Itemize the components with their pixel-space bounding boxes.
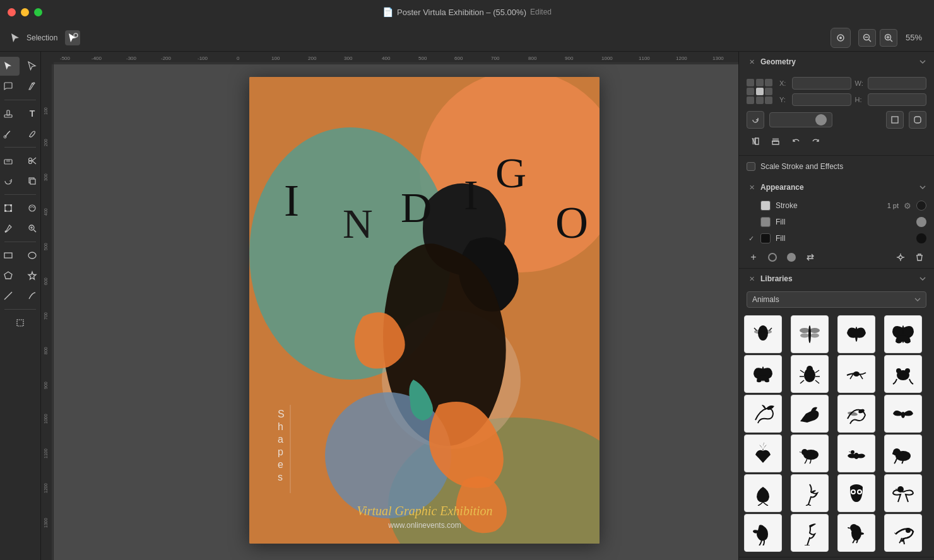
library-item-roadrunner[interactable] [884,514,922,552]
appearance-close-btn[interactable]: ✕ [747,182,757,192]
stroke-circle-btn[interactable] [916,201,926,211]
appearance-header[interactable]: ✕ Appearance [739,177,934,197]
ref-pt-tc[interactable] [756,79,764,86]
close-button[interactable] [8,8,16,16]
eraser-tool-btn[interactable] [0,151,20,170]
geometry-close-btn[interactable]: ✕ [747,57,757,67]
preview-button[interactable] [831,28,851,48]
library-item-dragon3[interactable] [837,395,875,433]
zoom-out-button[interactable] [858,29,876,47]
libraries-dropdown[interactable]: Animals [747,291,926,308]
libraries-close-btn[interactable]: ✕ [747,274,757,284]
warp-tool-btn[interactable] [21,199,41,218]
maximize-button[interactable] [34,8,42,16]
fill2-visibility-check[interactable]: ✓ [747,234,755,243]
brush-tool-btn[interactable] [0,104,20,123]
zoom-in-button[interactable] [880,29,897,47]
ref-pt-mc[interactable] [756,88,764,95]
stroke-swatch[interactable] [760,201,771,211]
library-item-pelican[interactable] [744,514,782,552]
type-tool-btn[interactable]: T [21,104,41,123]
library-item-beetle[interactable] [791,355,829,393]
library-item-bee[interactable] [744,315,782,353]
fill2-swatch[interactable] [760,233,771,243]
direct-select-tool-btn[interactable] [21,57,41,76]
library-item-butterfly2[interactable] [884,315,922,353]
ref-pt-br[interactable] [765,96,772,104]
flip-v-btn[interactable] [767,132,784,150]
ref-pt-mr[interactable] [765,88,772,95]
y-input[interactable] [792,93,851,106]
scale-tool-btn[interactable] [21,172,41,190]
library-item-dragon1[interactable] [744,395,782,433]
canvas-area[interactable]: px -500 -400 -300 -200 -100 0 100 200 30… [41,52,738,560]
rounded-rect-btn[interactable] [909,111,926,129]
library-item-phoenix[interactable] [744,435,782,472]
w-input[interactable] [868,77,927,90]
corner-rect-btn[interactable] [886,111,904,129]
star-tool-btn[interactable] [21,266,41,285]
library-item-frog[interactable] [884,355,922,393]
library-item-duck[interactable] [884,435,922,472]
library-item-bird-wings[interactable] [884,395,922,433]
reset-rotation-btn[interactable] [747,111,764,129]
scale-stroke-checkbox[interactable] [747,162,755,171]
library-item-sea-creature[interactable] [744,474,782,512]
canvas-content[interactable]: I N D I G O S h a p e s Virtual Grap [54,64,738,560]
paintbrush-tool-btn[interactable] [0,124,20,143]
library-item-dove[interactable] [837,435,875,472]
stroke-gear-icon[interactable]: ⚙ [904,201,911,211]
fill1-swatch[interactable] [760,217,771,227]
library-item-eagle[interactable] [884,474,922,512]
selection-tool[interactable]: Selection [8,30,57,45]
line-tool-btn[interactable] [0,286,20,305]
library-item-stork[interactable] [791,514,829,552]
free-transform-btn[interactable] [0,199,20,218]
flip-h-btn[interactable] [747,132,764,150]
arc-tool-btn[interactable] [21,286,41,305]
delete-appearance-btn[interactable] [913,250,926,264]
scissors-tool-btn[interactable] [21,151,41,170]
ref-pt-tr[interactable] [765,79,772,86]
polygon-tool-btn[interactable] [0,266,20,285]
library-item-heron[interactable] [791,474,829,512]
reference-point-grid[interactable] [747,79,773,104]
redo-transform-btn[interactable] [807,132,825,150]
library-item-dragon2[interactable] [791,395,829,433]
libraries-header[interactable]: ✕ Libraries [739,269,934,289]
artboard-tool-btn[interactable] [9,313,32,332]
ref-pt-bl[interactable] [747,96,754,104]
zoom-tool-btn[interactable] [21,219,41,238]
comment-tool-btn[interactable] [0,77,20,96]
library-item-dragonfly[interactable] [791,315,829,353]
library-item-butterfly1[interactable] [837,315,875,353]
swap-btn[interactable] [803,250,817,264]
add-appearance-btn[interactable]: + [747,250,760,264]
fill2-circle-btn[interactable] [916,233,926,243]
stroke-visibility-check[interactable] [747,201,755,210]
undo-transform-btn[interactable] [787,132,805,150]
ref-pt-tl[interactable] [747,79,754,86]
ref-pt-bc[interactable] [756,96,764,104]
h-input[interactable] [868,93,927,106]
library-item-crow[interactable] [791,435,829,472]
rotate-tool-btn[interactable] [0,172,20,190]
eyedropper-tool-btn[interactable] [0,219,20,238]
add-circle-btn[interactable] [766,250,779,264]
pen-tool-btn[interactable] [21,77,41,96]
library-item-owl[interactable] [837,474,875,512]
minimize-button[interactable] [21,8,29,16]
geometry-header[interactable]: ✕ Geometry [739,52,934,72]
ref-pt-ml[interactable] [747,88,754,95]
fill1-visibility-check[interactable] [747,218,755,226]
library-item-butterfly3[interactable] [744,355,782,393]
rectangle-tool-btn[interactable] [0,246,20,265]
select-tool-btn[interactable] [0,57,20,76]
fill-circle-btn[interactable] [784,250,798,264]
library-item-lizard[interactable] [837,355,875,393]
ellipse-tool-btn[interactable] [21,246,41,265]
x-input[interactable] [792,77,851,90]
fill1-circle-btn[interactable] [916,217,926,227]
library-item-parrot[interactable] [837,514,875,552]
blob-brush-tool-btn[interactable] [21,124,41,143]
